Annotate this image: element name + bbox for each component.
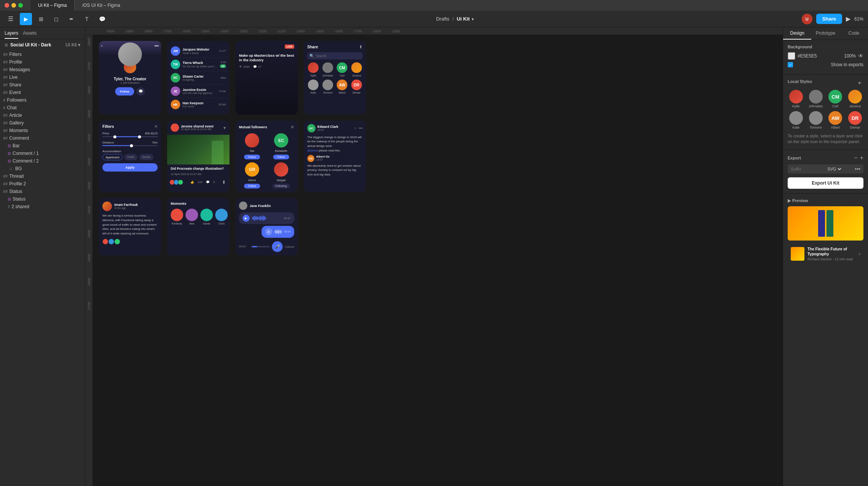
background-color-swatch[interactable] [788, 52, 795, 60]
recording-play-button[interactable]: ▶ [243, 215, 250, 222]
event-image: 21 May [167, 135, 230, 164]
distance-slider[interactable] [102, 145, 158, 146]
sidebar-item-profile2[interactable]: ## Profile 2 [0, 180, 85, 188]
breadcrumb-drafts[interactable]: Drafts [436, 16, 449, 22]
sidebar-item-followers[interactable]: # Followers [0, 96, 85, 104]
sidebar-item-2-shared[interactable]: T 2 shared [0, 203, 85, 210]
export-more-icon[interactable]: ••• [855, 166, 860, 172]
hotel-chip[interactable]: Hotel [124, 154, 137, 160]
preview-label[interactable]: ▶ Preview [788, 198, 863, 203]
recording-cancel-button[interactable]: Cancel [285, 245, 294, 249]
message-item[interactable]: HK Han Keepson For sure! 28 feb [171, 98, 226, 111]
recording-mic-button[interactable]: 🎤 [272, 241, 282, 252]
sidebar-item-bg[interactable]: □ BG [0, 165, 85, 172]
style-avatar [809, 111, 823, 125]
sidebar-item-moments[interactable]: ## Moments [0, 127, 85, 134]
zoom-level[interactable]: 61% [854, 16, 863, 22]
pen-tool[interactable]: ✒ [65, 13, 78, 25]
share-search[interactable]: 🔍 [307, 52, 362, 59]
sidebar-item-gallery[interactable]: ## Gallery [0, 119, 85, 127]
comment-icon[interactable]: 💬 [206, 180, 209, 184]
select-tool[interactable]: ▶ [20, 13, 32, 25]
sidebar-item-thread[interactable]: ## Thread [0, 172, 85, 180]
like-icon[interactable]: 👍 [190, 180, 194, 184]
price-filter-label: Price $50-$125 [102, 132, 158, 135]
price-slider-thumb-right[interactable] [138, 135, 141, 138]
export-suffix-input[interactable] [791, 167, 814, 171]
message-item[interactable]: JW Jacques Webster Yeah I know 11:47 [171, 45, 226, 58]
sidebar-item-comment1[interactable]: ⊞ Comment / 1 [0, 150, 85, 157]
export-format-select[interactable]: SVG PNG PDF [826, 166, 842, 172]
sidebar-item-profile[interactable]: ## Profile [0, 58, 85, 66]
event-expand-icon[interactable]: ▾ [223, 125, 226, 131]
apartment-chip[interactable]: Apartment [102, 154, 123, 160]
followers-close-icon[interactable]: ✕ [290, 124, 294, 130]
close-button[interactable] [5, 3, 9, 8]
export-remove-icon[interactable]: − [854, 155, 857, 161]
apply-button[interactable]: Apply [102, 163, 158, 172]
sidebar-item-chat[interactable]: # Chat [0, 104, 85, 112]
distance-slider-thumb[interactable] [130, 144, 133, 147]
studio-chip[interactable]: Studio [139, 154, 153, 160]
tab-design[interactable]: Design [783, 27, 811, 40]
maximize-button[interactable] [18, 3, 23, 8]
follow-button[interactable]: Follow [115, 87, 134, 96]
sidebar-item-status-sub[interactable]: ⊞ Status [0, 195, 85, 203]
live-views: 👁 2459 [239, 65, 250, 69]
hamburger-icon[interactable]: ☰ [5, 13, 17, 25]
frame-tool[interactable]: ⊞ [35, 13, 47, 25]
breadcrumb-current[interactable]: Ui Kit ▾ [457, 16, 474, 22]
ui-kit-selector[interactable]: UI Kit ▾ [65, 42, 80, 48]
follower-follow-button[interactable]: Follow [244, 155, 260, 159]
follower-following-button[interactable]: Following [273, 184, 290, 188]
tab-assets[interactable]: Assets [23, 30, 37, 39]
message-button[interactable]: 💬 [137, 87, 145, 96]
price-slider[interactable] [102, 136, 158, 137]
follower-name: Elizabeth [268, 149, 294, 153]
tab-ios-ui-kit[interactable]: iOS UI Kit – Figma [75, 0, 128, 11]
play-button[interactable]: ▶ [846, 15, 850, 22]
sidebar-item-article[interactable]: ## Article [0, 112, 85, 119]
follower-follow-button[interactable]: Follow [273, 155, 289, 159]
message-item[interactable]: SC Shawn Carter Is typing... Wed [171, 71, 226, 84]
message-item[interactable]: JE Jasmine Essim Let me call my agency 4… [171, 84, 226, 98]
sidebar-item-event[interactable]: ## Event [0, 89, 85, 96]
tab-layers[interactable]: Layers [5, 30, 18, 39]
sidebar-item-bar[interactable]: ⊞ Bar [0, 142, 85, 150]
export-button[interactable]: Export Ui Kit [788, 177, 863, 189]
tab-code[interactable]: Code [840, 27, 868, 40]
tab-ui-kit[interactable]: Ui Kit – Figma [30, 0, 74, 11]
show-exports-checkbox[interactable] [788, 62, 793, 67]
sidebar-item-status[interactable]: ## Status [0, 188, 85, 195]
message-item[interactable]: TW Tierra Whack So hit me up when you're… [171, 58, 226, 71]
shape-tool[interactable]: ◻ [50, 13, 62, 25]
chat-star-icon[interactable]: ☆ [354, 126, 357, 130]
share-icon[interactable]: ⬆ [222, 179, 226, 185]
export-add-icon[interactable]: + [860, 155, 863, 161]
share-search-input[interactable] [316, 54, 360, 57]
follower-follow-button[interactable]: Follow [244, 184, 260, 188]
price-slider-thumb-left[interactable] [113, 135, 116, 138]
sidebar-item-messages[interactable]: ## Messages [0, 66, 85, 73]
sidebar-item-live[interactable]: ## Live [0, 73, 85, 81]
share-upload-icon[interactable]: ⬆ [359, 45, 362, 49]
ruler-label: -2400 [215, 29, 234, 33]
sidebar-item-filters[interactable]: ## Filters [0, 51, 85, 58]
share-button[interactable]: Share [816, 14, 842, 24]
user-avatar[interactable]: U [802, 14, 812, 24]
thread-card: Imam Farrhouk 4 min ago We are facing a … [99, 198, 161, 255]
article-preview-card[interactable]: The Flexible Future of Typography Richar… [788, 244, 863, 264]
tab-prototype[interactable]: Prototype [811, 27, 839, 40]
text-tool[interactable]: T [81, 13, 93, 25]
profile-more-button[interactable]: ••• [155, 43, 159, 48]
recording-pause-button[interactable]: ⏸ [265, 228, 273, 236]
sidebar-item-comment[interactable]: ## Comment [0, 134, 85, 142]
profile-back-button[interactable]: ‹ [101, 43, 103, 48]
filters-close-icon[interactable]: ✕ [154, 124, 158, 129]
comment-tool[interactable]: 💬 [96, 13, 108, 25]
sidebar-item-share[interactable]: ## Share [0, 81, 85, 89]
visibility-icon[interactable]: 👁 [858, 53, 863, 59]
minimize-button[interactable] [11, 3, 16, 8]
chat-more-icon[interactable]: ••• [359, 126, 362, 130]
sidebar-item-comment2[interactable]: ⊞ Comment / 2 [0, 157, 85, 165]
